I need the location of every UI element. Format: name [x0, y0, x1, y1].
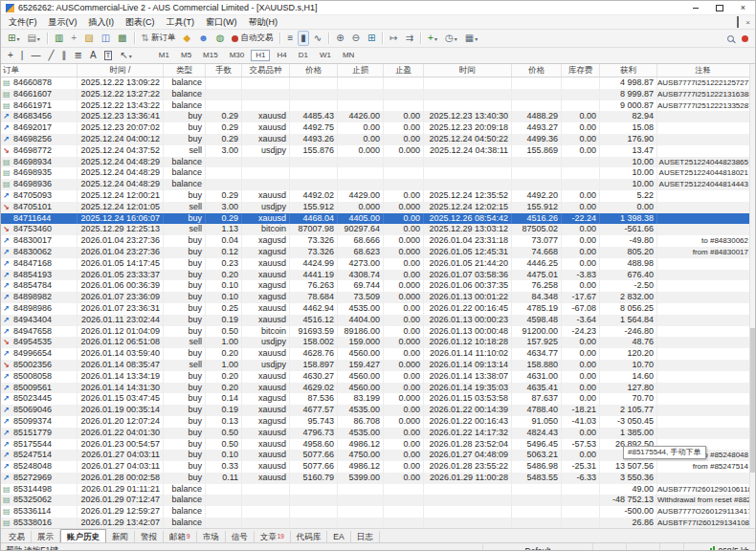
table-row[interactable]: 850234452026.01.15 03:47:45buy0.14xagusd… — [1, 393, 755, 405]
new-chart-button[interactable]: ⊞▾ — [5, 31, 22, 46]
table-row[interactable]: 846608782025.12.22 13:09:22balance4 998.… — [1, 77, 755, 89]
minimize-button[interactable] — [683, 1, 707, 14]
equidistant-channel-button[interactable]: ∥ — [58, 48, 69, 63]
column-header-price[interactable]: 价格 — [290, 64, 338, 77]
close-button[interactable]: × — [731, 1, 755, 14]
text-label-button[interactable]: T — [101, 48, 116, 63]
periods-button[interactable]: ◷▾ — [442, 31, 460, 46]
column-header-close_time[interactable]: 时间 — [424, 64, 512, 77]
child-restore-button[interactable] — [737, 17, 739, 27]
table-row[interactable]: 846920172025.12.23 20:07:02buy0.29xauusd… — [1, 122, 755, 134]
autotrading-button[interactable]: 自动交易 — [229, 31, 276, 46]
table-row[interactable]: 849434042026.01.11 23:02:44buy0.19xauusd… — [1, 315, 755, 326]
column-header-order[interactable]: 订单 — [1, 64, 78, 77]
table-row[interactable]: 847050932025.12.24 12:00:21buy0.29xauusd… — [1, 190, 755, 202]
market-watch-button[interactable]: ▥ — [52, 31, 66, 46]
status-profile[interactable]: Default — [482, 543, 592, 551]
column-header-sl[interactable]: 止损 — [338, 64, 384, 77]
menu-window[interactable]: 窗口(W) — [200, 16, 243, 29]
tab-mailbox[interactable]: 邮箱9 — [164, 531, 197, 542]
menu-tools[interactable]: 工具(T) — [161, 16, 201, 29]
table-row[interactable]: 853361142026.01.29 12:59:27balance-500.0… — [1, 506, 755, 518]
website-button[interactable]: ◍ — [213, 31, 228, 46]
chevron-down-icon[interactable]: ▾ — [455, 35, 457, 42]
vertical-line-button[interactable]: | — [18, 48, 27, 63]
table-row[interactable]: 848547842026.01.06 00:36:39buy0.10xagusd… — [1, 280, 755, 292]
trendline-button[interactable]: ╱ — [45, 48, 56, 63]
bar-chart-button[interactable]: ≡ — [284, 31, 296, 46]
tab-signals[interactable]: 信号 — [226, 531, 255, 542]
timeframe-m5[interactable]: M5 — [176, 50, 196, 61]
table-row[interactable]: 846989352025.12.24 04:48:29balance10.00A… — [1, 167, 755, 179]
navigator-button[interactable]: ▨ — [81, 31, 96, 46]
candlestick-chart-button[interactable]: ▮ — [298, 31, 309, 46]
menu-charts[interactable]: 图表(C) — [120, 16, 161, 29]
table-row[interactable]: 852729692026.01.28 00:02:58buy0.11xauusd… — [1, 473, 755, 484]
table-row[interactable]: 852480482026.01.27 04:03:11buy0.33xauusd… — [1, 461, 755, 473]
terminal-button[interactable]: ◫ — [99, 31, 113, 46]
column-header-tp[interactable]: 止盈 — [384, 64, 424, 77]
table-row[interactable]: 846989362025.12.24 04:48:29balance10.00A… — [1, 179, 755, 190]
table-row[interactable]: 849966542026.01.14 03:59:40buy0.20xauusd… — [1, 348, 755, 360]
table-row[interactable]: 853380162026.01.29 13:42:07balance26.86A… — [1, 518, 755, 528]
table-row[interactable]: 846987722025.12.24 04:37:52sell3.00usdjp… — [1, 145, 755, 157]
scrollbar-thumb[interactable] — [750, 328, 755, 472]
community-button[interactable]: ☻ — [195, 31, 211, 46]
table-row[interactable]: 848300172026.01.04 23:27:36buy0.04xagusd… — [1, 235, 755, 247]
timeframe-m1[interactable]: M1 — [154, 50, 174, 61]
text-button[interactable]: A — [87, 48, 100, 63]
table-row[interactable]: 846619712025.12.22 13:43:22balance9 000.… — [1, 100, 755, 112]
search-button[interactable] — [724, 31, 737, 46]
tab-experts[interactable]: EA — [327, 531, 350, 542]
menu-help[interactable]: 帮助(H) — [243, 16, 284, 29]
notifications-button[interactable] — [739, 31, 751, 46]
timeframe-m30[interactable]: M30 — [225, 50, 250, 61]
table-row[interactable]: 848541932026.01.05 23:33:37buy0.20xauusd… — [1, 270, 755, 281]
crosshair-button[interactable]: + — [5, 48, 16, 63]
child-close-button[interactable]: × — [745, 17, 750, 27]
tab-journal[interactable]: 日志 — [351, 531, 380, 542]
tab-code-base[interactable]: 代码库 — [291, 531, 328, 542]
menu-insert[interactable]: 插入(I) — [83, 16, 121, 29]
strategy-tester-button[interactable]: ▩ — [115, 31, 129, 46]
horizontal-line-button[interactable]: — — [28, 48, 43, 63]
chevron-down-icon[interactable]: ▾ — [16, 35, 19, 42]
data-window-button[interactable]: + — [68, 31, 79, 46]
menu-view[interactable]: 显示(V) — [43, 16, 83, 29]
table-row[interactable]: 853250622026.01.29 07:12:47balance-48 75… — [1, 495, 755, 506]
chevron-down-icon[interactable]: ▾ — [434, 35, 437, 42]
profiles-button[interactable]: ▤▾ — [24, 31, 42, 46]
table-row[interactable]: 850023562026.01.14 08:35:47sell1.00usdjp… — [1, 360, 755, 371]
tab-news[interactable]: 新闻 — [106, 531, 135, 542]
chevron-down-icon[interactable]: ▾ — [129, 53, 132, 59]
table-row[interactable]: 848471682026.01.05 14:17:45buy0.23xauusd… — [1, 258, 755, 270]
timeframe-h1[interactable]: H1 — [251, 50, 270, 61]
tab-articles[interactable]: 文章19 — [255, 531, 291, 542]
table-row[interactable]: 850095612026.01.14 14:31:30buy0.20xauusd… — [1, 383, 755, 394]
table-row[interactable]: 847116442025.12.24 16:06:07buy0.29xauusd… — [1, 213, 755, 225]
chevron-down-icon[interactable]: ▾ — [475, 35, 478, 42]
tab-alerts[interactable]: 警报 — [135, 531, 164, 542]
tab-account-history[interactable]: 账户历史 — [60, 529, 106, 542]
menu-file[interactable]: 文件(F) — [3, 16, 43, 29]
column-header-open_time[interactable]: 时间 / — [78, 64, 164, 77]
column-header-symbol[interactable]: 交易品种 — [242, 64, 290, 77]
table-row[interactable]: 851517792026.01.22 04:01:30buy0.50xauusd… — [1, 428, 755, 439]
line-chart-button[interactable]: ∿ — [311, 31, 324, 46]
table-row[interactable]: 850690462026.01.19 00:35:14buy0.19xauusd… — [1, 405, 755, 416]
new-order-button[interactable]: ⇅新订单 — [139, 31, 179, 46]
column-header-profit[interactable]: 获利 — [600, 64, 657, 77]
column-header-swap[interactable]: 库存费 — [562, 64, 600, 77]
zoom-out-button[interactable]: ⊖ — [349, 31, 363, 46]
table-row[interactable]: 848989822026.01.07 23:36:09buy0.10xagusd… — [1, 292, 755, 303]
table-row[interactable]: 850993742026.01.20 12:07:24buy0.13xagusd… — [1, 416, 755, 428]
chevron-down-icon[interactable]: ▾ — [37, 35, 40, 42]
table-row[interactable]: 846982562025.12.24 04:00:12buy0.29xauusd… — [1, 134, 755, 145]
templates-button[interactable]: ▦▾ — [462, 31, 480, 46]
fibonacci-button[interactable]: ≣ — [71, 48, 84, 63]
table-row[interactable]: 846989342025.12.24 04:48:29balance10.00A… — [1, 157, 755, 168]
column-header-lots[interactable]: 手数 — [206, 64, 242, 77]
table-row[interactable]: 850080582026.01.14 13:34:19buy0.20xauusd… — [1, 371, 755, 383]
table-row[interactable]: 848989862026.01.07 23:36:31buy0.25xauusd… — [1, 303, 755, 315]
table-row[interactable]: 847051012025.12.24 12:01:05sell3.00usdjp… — [1, 202, 755, 213]
